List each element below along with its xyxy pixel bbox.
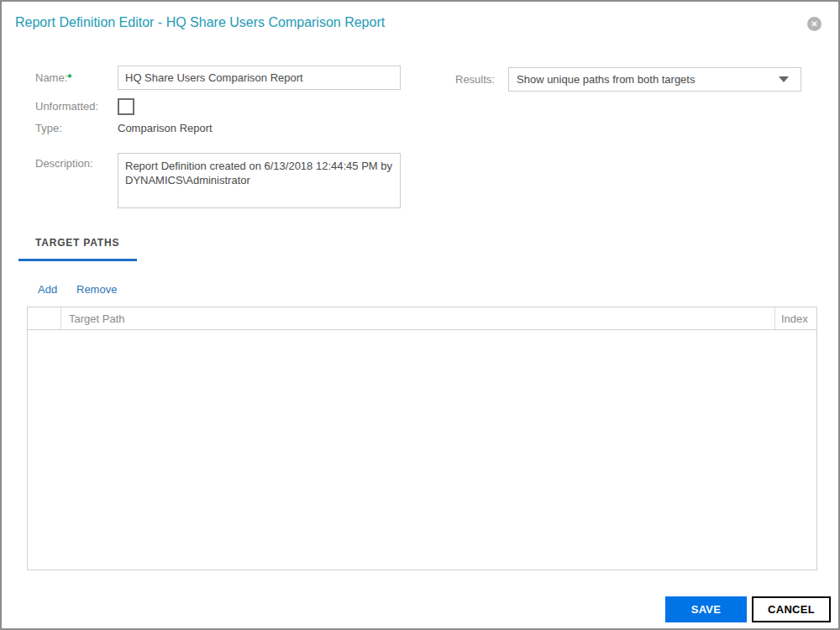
results-dropdown-value: Show unique paths from both targets (509, 73, 779, 86)
description-label: Description: (35, 157, 93, 170)
type-label: Type: (35, 122, 62, 134)
cancel-button[interactable]: CANCEL (752, 596, 831, 622)
save-button[interactable]: SAVE (665, 596, 747, 622)
required-asterisk: * (67, 71, 71, 84)
column-header-select (28, 307, 61, 329)
report-definition-editor-dialog: Report Definition Editor - HQ Share User… (0, 0, 840, 630)
name-input[interactable] (118, 66, 401, 90)
unformatted-checkbox[interactable] (118, 98, 134, 115)
chevron-down-icon (779, 76, 789, 82)
description-textarea[interactable]: Report Definition created on 6/13/2018 1… (118, 153, 401, 208)
type-value: Comparison Report (118, 122, 213, 134)
unformatted-label: Unformatted: (35, 100, 98, 113)
results-label: Results: (455, 73, 495, 86)
name-label: Name:* (35, 71, 71, 84)
table-header-row: Target Path Index (28, 307, 816, 330)
table-body-empty (28, 330, 816, 570)
results-dropdown[interactable]: Show unique paths from both targets (508, 67, 801, 92)
dialog-title: Report Definition Editor - HQ Share User… (15, 15, 385, 30)
close-icon[interactable]: ✕ (807, 17, 822, 31)
remove-link[interactable]: Remove (76, 283, 117, 296)
tab-active-indicator (18, 259, 137, 261)
column-header-target-path: Target Path (61, 307, 774, 329)
tab-target-paths[interactable]: TARGET PATHS (35, 237, 119, 249)
add-link[interactable]: Add (38, 283, 57, 296)
column-header-index: Index (774, 307, 816, 329)
target-paths-table: Target Path Index (27, 307, 817, 570)
